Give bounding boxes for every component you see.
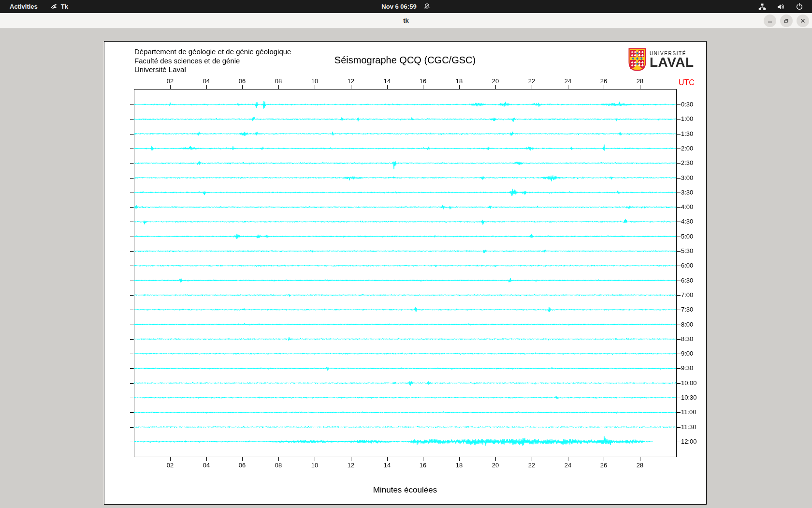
maximize-icon — [783, 18, 789, 24]
header-line-3: Université Laval — [134, 65, 291, 75]
utc-time-label: 2:00 — [681, 145, 693, 152]
utc-time-label: 6:30 — [681, 277, 693, 284]
utc-time-label: 11:30 — [681, 423, 696, 431]
x-tick-label: 18 — [452, 77, 466, 85]
utc-time-label: 11:00 — [681, 408, 696, 416]
x-tick-label: 26 — [596, 77, 611, 85]
utc-time-label: 9:30 — [681, 364, 693, 372]
utc-time-label: 1:00 — [681, 115, 693, 122]
utc-time-label: 5:00 — [681, 233, 693, 240]
maximize-button[interactable] — [780, 15, 793, 27]
utc-time-label: 5:30 — [681, 247, 693, 254]
utc-label: UTC — [679, 78, 695, 87]
x-tick-label: 26 — [596, 462, 611, 469]
x-tick-label: 14 — [380, 77, 394, 85]
utc-time-label: 7:30 — [681, 306, 693, 313]
utc-time-label: 8:30 — [681, 335, 693, 343]
tk-app-indicator[interactable]: Tk — [50, 3, 68, 10]
utc-time-label: 6:00 — [681, 262, 693, 269]
utc-time-label: 9:00 — [681, 350, 693, 357]
utc-time-label: 2:30 — [681, 159, 693, 166]
x-tick-label: 06 — [235, 462, 249, 469]
x-tick-label: 04 — [199, 77, 214, 85]
activities-button[interactable]: Activities — [10, 3, 38, 10]
utc-time-label: 0:30 — [681, 101, 693, 108]
x-tick-label: 24 — [561, 77, 575, 85]
plot-title: Séismographe QCQ (CGC/GSC) — [134, 55, 676, 66]
utc-time-label: 4:00 — [681, 203, 693, 210]
x-tick-label: 28 — [633, 77, 647, 85]
universite-laval-logo: UNIVERSITÉ LAVAL — [628, 48, 694, 71]
notifications-disabled-bell-icon[interactable] — [423, 3, 431, 10]
x-tick-label: 12 — [344, 462, 358, 469]
utc-time-label: 12:00 — [681, 438, 697, 445]
x-tick-label: 08 — [271, 462, 286, 469]
x-tick-label: 02 — [163, 77, 177, 85]
power-icon[interactable] — [796, 3, 803, 11]
x-tick-label: 22 — [524, 77, 539, 85]
x-tick-label: 16 — [416, 462, 430, 469]
x-tick-label: 10 — [307, 462, 322, 469]
x-tick-label: 20 — [488, 77, 503, 85]
tk-app-indicator-label: Tk — [61, 3, 68, 10]
x-tick-label: 18 — [452, 462, 466, 469]
x-tick-label: 22 — [524, 462, 539, 469]
utc-time-label: 10:30 — [681, 394, 697, 401]
x-tick-label: 12 — [344, 77, 358, 85]
x-tick-label: 20 — [488, 462, 503, 469]
clock[interactable]: Nov 6 06:59 — [381, 3, 416, 10]
x-tick-label: 16 — [416, 77, 430, 85]
desktop-screen: Activities Tk Nov 6 06:59 — [0, 0, 812, 508]
close-icon — [800, 18, 806, 24]
x-axis-title: Minutes écoulées — [134, 485, 676, 495]
logo-laval-text: LAVAL — [650, 56, 694, 69]
laval-shield-icon — [628, 48, 646, 71]
window-titlebar[interactable]: tk — [0, 13, 812, 29]
volume-icon[interactable] — [777, 3, 785, 11]
x-tick-label: 28 — [633, 462, 647, 469]
x-tick-label: 02 — [163, 462, 177, 469]
seismogram-plot — [104, 42, 706, 504]
x-tick-label: 10 — [307, 77, 322, 85]
window-title: tk — [0, 13, 812, 28]
x-tick-label: 14 — [380, 462, 394, 469]
x-tick-label: 06 — [235, 77, 249, 85]
utc-time-label: 7:00 — [681, 291, 693, 299]
utc-time-label: 3:30 — [681, 189, 693, 196]
gnome-top-bar: Activities Tk Nov 6 06:59 — [0, 0, 812, 13]
x-tick-label: 24 — [561, 462, 575, 469]
x-tick-label: 04 — [199, 462, 214, 469]
seismograph-paper: Département de géologie et de génie géol… — [104, 41, 707, 505]
utc-time-label: 8:00 — [681, 321, 693, 328]
tk-app-icon — [50, 3, 58, 10]
utc-time-label: 10:00 — [681, 379, 697, 387]
close-button[interactable] — [797, 15, 809, 27]
wired-network-icon[interactable] — [758, 3, 766, 11]
utc-time-label: 4:30 — [681, 218, 693, 225]
utc-time-label: 3:00 — [681, 174, 693, 181]
minimize-icon — [767, 18, 773, 24]
x-tick-label: 08 — [271, 77, 286, 85]
utc-time-label: 1:30 — [681, 130, 693, 137]
minimize-button[interactable] — [764, 15, 776, 27]
